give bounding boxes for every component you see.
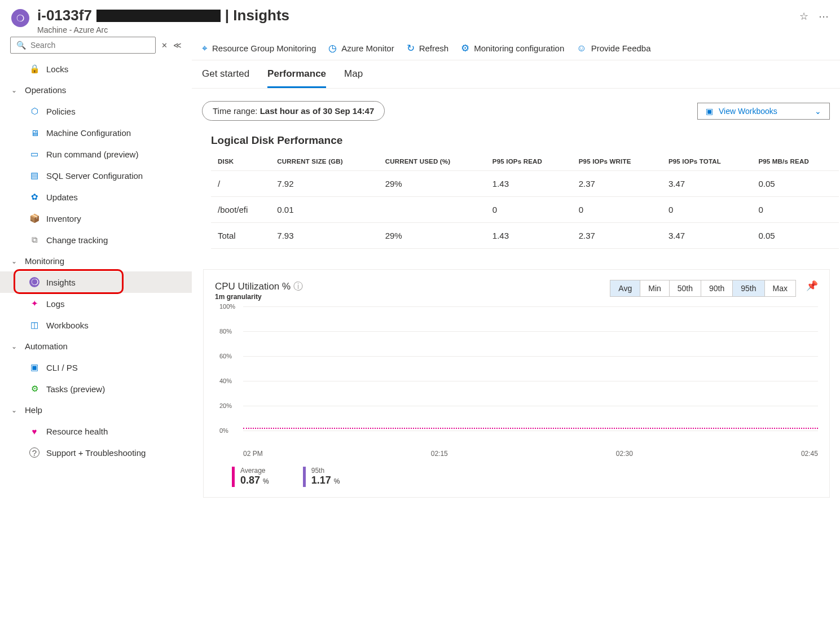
percentile-95th[interactable]: 95th [733,280,764,296]
toolbar-provide-feedback[interactable]: ☺Provide Feedba [577,43,650,54]
chart-legend: Average0.87 %95th1.17 % [215,467,818,487]
col-header[interactable]: P95 IOPs TOTAL [662,152,751,171]
nav-group-monitoring[interactable]: ⌄Monitoring [0,251,192,271]
sidebar-item-run-command[interactable]: ▭Run command (preview) [0,143,192,165]
percentile-max[interactable]: Max [765,280,795,296]
col-header[interactable]: P95 IOPs WRITE [572,152,662,171]
col-header[interactable]: CURRENT USED (%) [379,152,486,171]
chevron-down-icon: ⌄ [11,257,19,265]
sidebar-item-locks[interactable]: 🔒Locks [0,58,192,80]
time-range-pill[interactable]: Time range: Last hour as of 30 Sep 14:47 [202,101,385,121]
table-row: /7.9229%1.432.373.470.05 [211,171,839,197]
percentile-min[interactable]: Min [640,280,670,296]
resource-icon: ❍ [11,9,29,27]
gridline: 60% [243,356,818,357]
monitoring-config-icon: ⚙ [461,42,469,54]
workbooks-icon: ◫ [29,320,39,330]
collapse-sidebar-icon[interactable]: ≪ [173,41,182,50]
resource-type: Machine - Azure Arc [37,25,791,34]
machine-config-icon: 🖥 [29,128,39,138]
toolbar-refresh[interactable]: ↻Refresh [407,42,449,54]
data-series-line [243,428,818,429]
legend-color-swatch [303,467,306,487]
legend-color-swatch [232,467,235,487]
updates-icon: ✿ [29,192,39,202]
percentile-selector: AvgMin50th90th95thMax [610,280,796,297]
gridline: 40% [243,381,818,381]
page-title: i-0133f7 | Insights [37,7,791,24]
gridline: 80% [243,331,818,332]
chart-title: CPU Utilization % ⓘ [215,280,303,293]
tab-map[interactable]: Map [344,68,363,88]
main-content: ⌖Resource Group Monitoring◷Azure Monitor… [192,37,840,515]
chart-granularity: 1m granularity [215,293,303,301]
cpu-chart-card: CPU Utilization % ⓘ 1m granularity AvgMi… [203,269,830,498]
sidebar-item-sql-server[interactable]: ▤SQL Server Configuration [0,165,192,186]
sql-server-icon: ▤ [29,170,39,181]
sidebar: 🔍 ✕ ≪ 🔒Locks⌄Operations⬡Policies🖥Machine… [0,37,192,515]
legend-item-95th[interactable]: 95th1.17 % [303,467,340,487]
nav-group-help[interactable]: ⌄Help [0,400,192,420]
gridline: 20% [243,406,818,406]
sidebar-item-change-tracking[interactable]: ⧉Change tracking [0,229,192,251]
sidebar-item-updates[interactable]: ✿Updates [0,186,192,208]
sidebar-item-resource-health[interactable]: ♥Resource health [0,420,192,442]
disk-section-title: Logical Disk Performance [211,134,830,147]
view-workbooks-dropdown[interactable]: ▣View Workbooks ⌄ [697,103,830,120]
redacted-id [96,10,221,22]
toolbar-monitoring-config[interactable]: ⚙Monitoring configuration [461,42,564,54]
tasks-icon: ⚙ [29,384,39,394]
col-header[interactable]: DISK [211,152,270,171]
cpu-chart-plot[interactable]: 100%80%60%40%20%0% [215,306,818,447]
tab-performance[interactable]: Performance [267,68,326,88]
tab-get-started[interactable]: Get started [202,68,249,88]
more-actions-icon[interactable]: ⋯ [819,10,829,23]
support-icon: ? [29,447,39,458]
inventory-icon: 📦 [29,213,39,223]
sidebar-item-logs[interactable]: ✦Logs [0,293,192,314]
table-row: Total7.9329%1.432.373.470.05 [211,223,839,249]
sidebar-item-policies[interactable]: ⬡Policies [0,100,192,122]
refresh-icon: ↻ [407,42,415,54]
sidebar-item-support[interactable]: ?Support + Troubleshooting [0,442,192,463]
tab-strip: Get startedPerformanceMap [192,60,840,89]
logs-icon: ✦ [29,299,39,309]
sidebar-item-workbooks[interactable]: ◫Workbooks [0,314,192,336]
chevron-down-icon: ⌄ [815,107,821,116]
percentile-50th[interactable]: 50th [670,280,701,296]
search-input[interactable] [30,41,149,50]
gridline: 100% [243,306,818,307]
clear-search-icon[interactable]: ✕ [161,41,168,50]
sidebar-item-cli-ps[interactable]: ▣CLI / PS [0,357,192,378]
info-icon[interactable]: ⓘ [293,281,303,292]
legend-item-average[interactable]: Average0.87 % [232,467,269,487]
sidebar-search[interactable]: 🔍 [10,37,156,54]
pin-icon[interactable]: 📌 [806,280,818,292]
col-header[interactable]: P95 IOPs READ [486,152,572,171]
toolbar-resource-group-monitoring[interactable]: ⌖Resource Group Monitoring [202,43,316,54]
change-tracking-icon: ⧉ [29,235,39,245]
cli-ps-icon: ▣ [29,362,39,372]
workbook-icon: ▣ [706,107,713,116]
percentile-90th[interactable]: 90th [701,280,733,296]
col-header[interactable]: CURRENT SIZE (GB) [270,152,378,171]
sidebar-item-tasks[interactable]: ⚙Tasks (preview) [0,378,192,400]
chevron-down-icon: ⌄ [11,406,19,414]
search-icon: 🔍 [16,41,26,50]
disk-performance-table: DISKCURRENT SIZE (GB)CURRENT USED (%)P95… [211,152,839,249]
percentile-avg[interactable]: Avg [610,280,640,296]
favorite-star-icon[interactable]: ☆ [799,10,808,23]
gridline: 0% [243,431,818,431]
sidebar-item-machine-config[interactable]: 🖥Machine Configuration [0,122,192,143]
chevron-down-icon: ⌄ [11,86,19,94]
azure-monitor-icon: ◷ [328,42,337,54]
nav-group-operations[interactable]: ⌄Operations [0,80,192,100]
sidebar-item-insights[interactable]: ❍Insights [0,271,192,293]
chevron-down-icon: ⌄ [11,343,19,350]
chart-x-axis: 02 PM02:1502:3002:45 [215,447,818,458]
nav-group-automation[interactable]: ⌄Automation [0,336,192,357]
col-header[interactable]: P95 MB/s READ [751,152,839,171]
toolbar-azure-monitor[interactable]: ◷Azure Monitor [328,42,394,54]
table-row: /boot/efi0.010000 [211,197,839,223]
sidebar-item-inventory[interactable]: 📦Inventory [0,208,192,229]
